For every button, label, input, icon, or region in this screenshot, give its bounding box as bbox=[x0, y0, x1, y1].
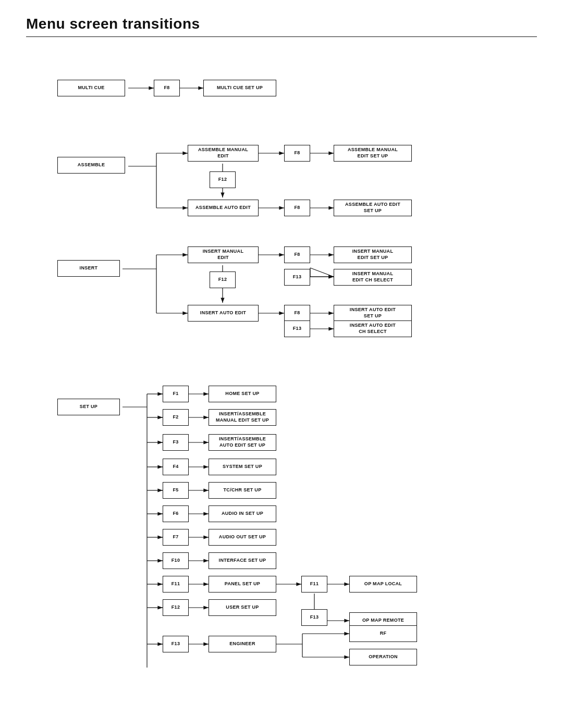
ins-f13a-key: F13 bbox=[284, 269, 310, 286]
mc-f8-key: F8 bbox=[154, 80, 180, 96]
su-rf-node: RF bbox=[349, 625, 417, 642]
asm-manual-setup-node: ASSEMBLE MANUALEDIT SET UP bbox=[334, 145, 412, 162]
setup-node: SET UP bbox=[57, 399, 120, 415]
su-f4-key: F4 bbox=[163, 459, 189, 475]
ins-f12-key: F12 bbox=[210, 272, 236, 288]
page-title: Menu screen transitions bbox=[26, 16, 537, 32]
su-f13c-key: F13 bbox=[301, 609, 327, 626]
asm-f8a-key: F8 bbox=[284, 145, 310, 162]
title-divider bbox=[26, 36, 537, 37]
su-ins-asm-manual-node: INSERT/ASSEMBLEMANUAL EDIT SET UP bbox=[209, 409, 276, 426]
su-f6-key: F6 bbox=[163, 505, 189, 522]
asm-f8b-key: F8 bbox=[284, 200, 310, 216]
ins-auto-edit-node: INSERT AUTO EDIT bbox=[188, 305, 259, 322]
asm-manual-edit-node: ASSEMBLE MANUALEDIT bbox=[188, 145, 259, 162]
ins-manual-ch-node: INSERT MANUALEDIT CH SELECT bbox=[334, 269, 412, 286]
mc-setup-node: MULTI CUE SET UP bbox=[203, 80, 276, 96]
su-f11-key: F11 bbox=[163, 576, 189, 593]
su-f10-key: F10 bbox=[163, 552, 189, 569]
arrows-svg bbox=[26, 53, 537, 720]
asm-f12-key: F12 bbox=[210, 171, 236, 188]
insert-node: INSERT bbox=[57, 260, 120, 277]
su-f3-key: F3 bbox=[163, 434, 189, 451]
su-f1-key: F1 bbox=[163, 386, 189, 402]
ins-auto-ch-node: INSERT AUTO EDITCH SELECT bbox=[334, 320, 412, 337]
asm-auto-setup-node: ASSEMBLE AUTO EDITSET UP bbox=[334, 200, 412, 216]
diagram-area: MULTI CUE F8 MULTI CUE SET UP ASSEMBLE A… bbox=[26, 53, 537, 720]
asm-auto-edit-node: ASSEMBLE AUTO EDIT bbox=[188, 200, 259, 216]
ins-manual-edit-node: INSERT MANUALEDIT bbox=[188, 246, 259, 263]
ins-f8b-key: F8 bbox=[284, 305, 310, 322]
su-operation-node: OPERATION bbox=[349, 649, 417, 665]
su-audio-in-node: AUDIO IN SET UP bbox=[209, 505, 276, 522]
assemble-node: ASSEMBLE bbox=[57, 157, 125, 174]
su-ins-asm-auto-node: INSERT/ASSEMBLEAUTO EDIT SET UP bbox=[209, 434, 276, 451]
ins-auto-setup-node: INSERT AUTO EDITSET UP bbox=[334, 305, 412, 322]
su-home-node: HOME SET UP bbox=[209, 386, 276, 402]
su-f12b-key: F12 bbox=[163, 599, 189, 616]
su-user-node: USER SET UP bbox=[209, 599, 276, 616]
ins-f13b-key: F13 bbox=[284, 320, 310, 337]
su-f7-key: F7 bbox=[163, 529, 189, 546]
ins-manual-setup-node: INSERT MANUALEDIT SET UP bbox=[334, 246, 412, 263]
multi-cue-node: MULTI CUE bbox=[57, 80, 125, 96]
su-f5-key: F5 bbox=[163, 482, 189, 499]
su-system-node: SYSTEM SET UP bbox=[209, 459, 276, 475]
su-tc-chr-node: TC/CHR SET UP bbox=[209, 482, 276, 499]
su-audio-out-node: AUDIO OUT SET UP bbox=[209, 529, 276, 546]
ins-f8a-key: F8 bbox=[284, 246, 310, 263]
su-interface-node: INTERFACE SET UP bbox=[209, 552, 276, 569]
svg-line-22 bbox=[310, 268, 334, 277]
su-f13d-key: F13 bbox=[163, 636, 189, 652]
su-panel-node: PANEL SET UP bbox=[209, 576, 276, 593]
su-f11b-key: F11 bbox=[301, 576, 327, 593]
su-f2-key: F2 bbox=[163, 409, 189, 426]
su-op-map-local-node: OP MAP LOCAL bbox=[349, 576, 417, 593]
su-engineer-node: ENGINEER bbox=[209, 636, 276, 652]
